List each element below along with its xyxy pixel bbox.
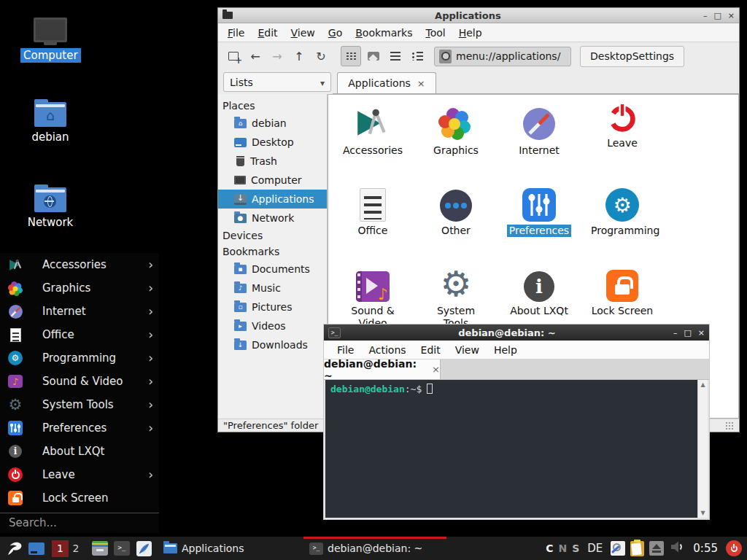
about-icon: i [7,443,23,459]
desktop-icon-network[interactable]: Network [20,184,80,230]
workspace-2-button[interactable]: 2 [69,540,83,557]
menu-item-accessories[interactable]: Accessories [0,253,159,276]
sidebar-item-pictures[interactable]: ▫Pictures [218,298,327,316]
tab-close-icon[interactable]: × [417,78,425,89]
grid-item-internet[interactable]: Internet [498,101,581,181]
computer-icon [234,176,246,184]
keyboard-layout[interactable]: DE [587,542,603,555]
sidebar-mode-combo[interactable]: Lists [223,72,331,92]
menu-help[interactable]: Help [452,27,489,39]
menu-go[interactable]: Go [322,27,349,39]
grid-item-programming[interactable]: ⚙ Programming [581,181,664,261]
menu-actions[interactable]: Actions [361,344,413,356]
menu-item-system-tools[interactable]: ⚙ System Tools [0,393,159,416]
sidebar-item-computer[interactable]: Computer [218,171,327,190]
menu-item-preferences[interactable]: Preferences [0,416,159,440]
tab-applications[interactable]: Applications × [337,72,436,93]
new-tab-button[interactable] [224,47,243,66]
address-bar[interactable]: menu://applications/ [434,47,571,66]
icon-view-button[interactable] [341,46,361,66]
sidebar-item-trash[interactable]: Trash [218,152,327,171]
menu-item-sound-video[interactable]: ♪ Sound & Video [0,370,159,393]
menu-edit[interactable]: Edit [414,344,448,356]
start-menu-button[interactable] [5,539,24,558]
graphics-icon [7,280,23,296]
minimize-button[interactable]: – [673,328,678,338]
menu-view[interactable]: View [285,27,322,39]
menu-help[interactable]: Help [487,344,525,356]
grid-item-office[interactable]: Office [331,181,414,261]
scroll-down-icon[interactable]: ▼ [698,510,708,516]
sidebar-item-videos[interactable]: ▸Videos [218,316,327,335]
compact-view-button[interactable] [386,47,405,66]
sidebar-item-downloads[interactable]: ↓Downloads [218,335,327,354]
quicklaunch-terminal[interactable]: >_ [112,539,131,558]
minimize-button[interactable]: – [703,11,708,20]
leave-icon [7,467,23,483]
submenu-arrow-icon [148,281,153,295]
task-button-terminal[interactable]: >_ debian@debian: ~ [303,537,446,560]
sidebar-item-network[interactable]: ●Network [218,209,327,228]
grid-item-preferences[interactable]: Preferences [498,181,581,261]
fm-titlebar[interactable]: Applications – □ × [218,8,739,23]
menu-item-office[interactable]: Office [0,323,159,346]
folder-icon [222,12,233,19]
menu-bookmarks[interactable]: Bookmarks [349,27,419,39]
terminal-screen[interactable]: debian@debian:~$ [325,380,697,518]
menu-item-graphics[interactable]: Graphics [0,276,159,300]
screenshot-tray-icon[interactable] [611,541,625,556]
up-button[interactable]: ↑ [290,47,309,66]
close-button[interactable]: × [698,328,705,338]
workspace-1-button[interactable]: 1 [52,540,69,557]
eject-tray-icon[interactable] [649,541,664,556]
terminal-scrollbar[interactable]: ▲▼ [697,380,708,518]
reload-button[interactable]: ↻ [311,47,330,66]
trash-icon [236,156,245,166]
show-desktop-button[interactable] [27,539,46,558]
task-button-applications[interactable]: Applications [158,537,301,560]
grid-item-other[interactable]: Other [414,181,498,261]
menu-edit[interactable]: Edit [251,27,284,39]
maximize-button[interactable]: □ [684,328,691,338]
detailed-list-button[interactable] [408,47,427,66]
sidebar-item-applications[interactable]: ↓Applications [218,190,327,209]
close-button[interactable]: × [728,11,735,20]
menu-item-leave[interactable]: Leave [0,463,159,486]
menu-search-input[interactable]: Search... [0,513,159,533]
desktop-settings-button[interactable]: DesktopSettings [580,46,684,67]
thumbnail-view-button[interactable] [364,47,383,66]
tab-close-icon[interactable]: × [432,364,440,375]
music-folder-icon: ♪ [234,284,247,293]
desktop-icon-computer[interactable]: Computer [20,18,80,63]
back-button[interactable]: ← [246,47,265,66]
power-button[interactable] [726,540,742,556]
menu-file[interactable]: File [221,27,251,39]
menu-file[interactable]: File [330,344,361,356]
menu-item-programming[interactable]: ⚙ Programming [0,346,159,370]
resize-grip[interactable] [725,421,734,430]
forward-button[interactable]: → [268,47,287,66]
sidebar-item-debian[interactable]: ⌂debian [218,114,327,133]
maximize-button[interactable]: □ [713,11,721,20]
sidebar-item-documents[interactable]: ▪Documents [218,260,327,279]
menu-tool[interactable]: Tool [419,27,452,39]
terminal-titlebar[interactable]: >_ debian@debian: ~ – □ × [324,324,709,341]
menu-item-internet[interactable]: Internet [0,300,159,323]
menu-item-lock-screen[interactable]: Lock Screen [0,486,159,510]
menu-view[interactable]: View [448,344,487,356]
quicklaunch-featherpad[interactable] [134,539,153,558]
desktop-icon-debian[interactable]: ⌂ debian [20,99,80,144]
sidebar-item-music[interactable]: ♪Music [218,279,327,298]
grid-item-graphics[interactable]: Graphics [414,101,498,181]
quicklaunch-file-manager[interactable] [90,539,109,558]
clipboard-tray-icon[interactable] [630,541,644,556]
tab-terminal[interactable]: debian@debian: ~ × [324,359,441,379]
scroll-up-icon[interactable]: ▲ [698,381,708,388]
volume-icon[interactable] [669,539,685,558]
clock[interactable]: 0:55 [693,542,718,555]
grid-item-leave[interactable]: Leave [581,101,664,181]
submenu-arrow-icon [148,351,153,365]
sidebar-item-desktop[interactable]: Desktop [218,133,327,152]
grid-item-accessories[interactable]: Accessories [331,101,414,181]
menu-item-about-lxqt[interactable]: i About LXQt [0,440,159,463]
